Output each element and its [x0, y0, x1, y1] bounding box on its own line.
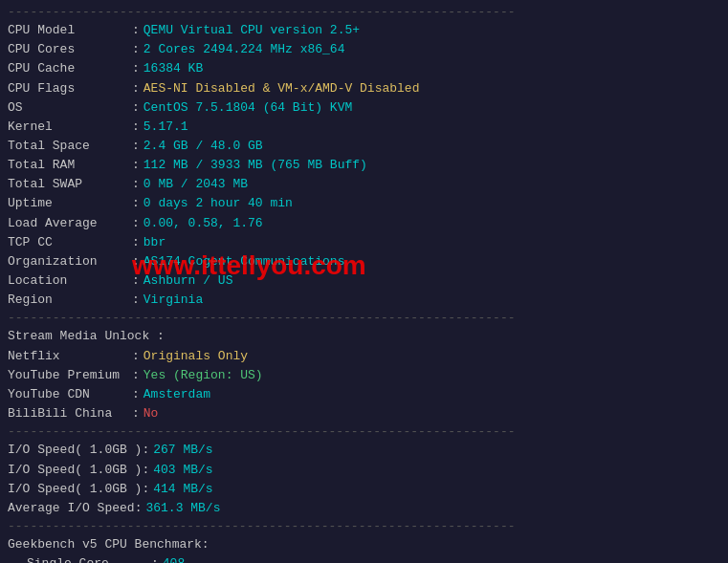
- io-speed-2-row: I/O Speed( 1.0GB ) : 403 MB/s: [8, 461, 720, 480]
- cpu-cores-label: CPU Cores: [8, 40, 132, 59]
- total-swap-value: 0 MB / 2043 MB: [143, 175, 248, 194]
- io-speed-2-value: 403 MB/s: [153, 461, 212, 480]
- region-value: Virginia: [143, 291, 203, 310]
- total-space-label: Total Space: [8, 137, 132, 156]
- tcp-cc-value: bbr: [143, 233, 165, 252]
- youtube-cdn-value: Amsterdam: [143, 385, 210, 404]
- io-speed-2-label: I/O Speed( 1.0GB ): [8, 461, 142, 480]
- youtube-premium-value: Yes (Region: US): [143, 366, 263, 385]
- cpu-flags-value: AES-NI Disabled & VM-x/AMD-V Disabled: [143, 79, 420, 98]
- kernel-value: 5.17.1: [143, 118, 188, 137]
- kernel-label: Kernel: [8, 118, 132, 137]
- system-info-section: CPU Model : QEMU Virtual CPU version 2.5…: [8, 21, 720, 310]
- total-swap-label: Total SWAP: [8, 175, 132, 194]
- io-speed-3-value: 414 MB/s: [153, 480, 212, 499]
- uptime-row: Uptime : 0 days 2 hour 40 min: [8, 194, 720, 213]
- cpu-cache-row: CPU Cache : 16384 KB: [8, 59, 720, 78]
- divider-2: ----------------------------------------…: [8, 310, 720, 327]
- total-ram-row: Total RAM : 112 MB / 3933 MB (765 MB Buf…: [8, 156, 720, 175]
- cpu-flags-row: CPU Flags : AES-NI Disabled & VM-x/AMD-V…: [8, 79, 720, 98]
- region-label: Region: [8, 291, 132, 310]
- load-avg-value: 0.00, 0.58, 1.76: [143, 214, 263, 233]
- terminal-container: ----------------------------------------…: [8, 4, 720, 563]
- cpu-cores-row: CPU Cores : 2 Cores 2494.224 MHz x86_64: [8, 40, 720, 59]
- cpu-cores-value: 2 Cores 2494.224 MHz x86_64: [143, 40, 345, 59]
- uptime-value: 0 days 2 hour 40 min: [143, 194, 293, 213]
- single-core-value: 408: [163, 554, 185, 563]
- netflix-value: Originals Only: [143, 347, 248, 366]
- youtube-premium-label: YouTube Premium: [8, 366, 132, 385]
- cpu-model-label: CPU Model: [8, 21, 132, 40]
- os-value: CentOS 7.5.1804 (64 Bit) KVM: [143, 98, 352, 118]
- netflix-row: Netflix : Originals Only: [8, 347, 720, 366]
- youtube-premium-row: YouTube Premium : Yes (Region: US): [8, 366, 720, 385]
- cpu-flags-label: CPU Flags: [8, 79, 132, 98]
- load-avg-row: Load Average : 0.00, 0.58, 1.76: [8, 214, 720, 233]
- region-row: Region : Virginia: [8, 291, 720, 310]
- cpu-cache-value: 16384 KB: [143, 59, 203, 78]
- io-speed-3-row: I/O Speed( 1.0GB ) : 414 MB/s: [8, 480, 720, 499]
- netflix-label: Netflix: [8, 347, 132, 366]
- geekbench-section: Geekbench v5 CPU Benchmark: Single Core …: [8, 535, 720, 563]
- total-swap-row: Total SWAP : 0 MB / 2043 MB: [8, 175, 720, 194]
- bilibili-row: BiliBili China : No: [8, 404, 720, 423]
- bilibili-value: No: [143, 404, 159, 423]
- organization-value: AS174 Cogent Communications: [143, 252, 345, 271]
- single-core-label: Single Core: [27, 554, 151, 563]
- io-speed-section: I/O Speed( 1.0GB ) : 267 MB/s I/O Speed(…: [8, 441, 720, 518]
- location-row: Location : Ashburn / US: [8, 271, 720, 291]
- uptime-label: Uptime: [8, 194, 132, 213]
- location-label: Location: [8, 271, 132, 291]
- tcp-cc-label: TCP CC: [8, 233, 132, 252]
- io-speed-1-label: I/O Speed( 1.0GB ): [8, 441, 142, 460]
- organization-row: Organization : AS174 Cogent Communicatio…: [8, 252, 720, 271]
- single-core-row: Single Core : 408: [8, 554, 720, 563]
- total-ram-value: 112 MB / 3933 MB (765 MB Buff): [143, 156, 367, 175]
- total-ram-label: Total RAM: [8, 156, 132, 175]
- stream-media-section: Stream Media Unlock : Netflix : Original…: [8, 327, 720, 423]
- io-speed-1-value: 267 MB/s: [153, 441, 212, 460]
- cpu-model-row: CPU Model : QEMU Virtual CPU version 2.5…: [8, 21, 720, 40]
- avg-io-row: Average I/O Speed : 361.3 MB/s: [8, 499, 720, 518]
- bilibili-label: BiliBili China: [8, 404, 132, 423]
- avg-io-label: Average I/O Speed: [8, 499, 135, 518]
- kernel-row: Kernel : 5.17.1: [8, 118, 720, 137]
- organization-label: Organization: [8, 252, 132, 271]
- os-row: OS : CentOS 7.5.1804 (64 Bit) KVM: [8, 98, 720, 118]
- io-speed-3-label: I/O Speed( 1.0GB ): [8, 480, 142, 499]
- total-space-value: 2.4 GB / 48.0 GB: [143, 137, 263, 156]
- divider-3: ----------------------------------------…: [8, 423, 720, 441]
- io-speed-1-row: I/O Speed( 1.0GB ) : 267 MB/s: [8, 441, 720, 460]
- divider-4: ----------------------------------------…: [8, 518, 720, 535]
- geekbench-header: Geekbench v5 CPU Benchmark:: [8, 535, 720, 554]
- location-value: Ashburn / US: [143, 271, 233, 291]
- youtube-cdn-label: YouTube CDN: [8, 385, 132, 404]
- cpu-cache-label: CPU Cache: [8, 59, 132, 78]
- avg-io-value: 361.3 MB/s: [145, 499, 220, 518]
- youtube-cdn-row: YouTube CDN : Amsterdam: [8, 385, 720, 404]
- load-avg-label: Load Average: [8, 214, 132, 233]
- divider-top: ----------------------------------------…: [8, 4, 720, 21]
- stream-header: Stream Media Unlock :: [8, 327, 720, 346]
- total-space-row: Total Space : 2.4 GB / 48.0 GB: [8, 137, 720, 156]
- os-label: OS: [8, 98, 132, 118]
- tcp-cc-row: TCP CC : bbr: [8, 233, 720, 252]
- cpu-model-value: QEMU Virtual CPU version 2.5+: [143, 21, 360, 40]
